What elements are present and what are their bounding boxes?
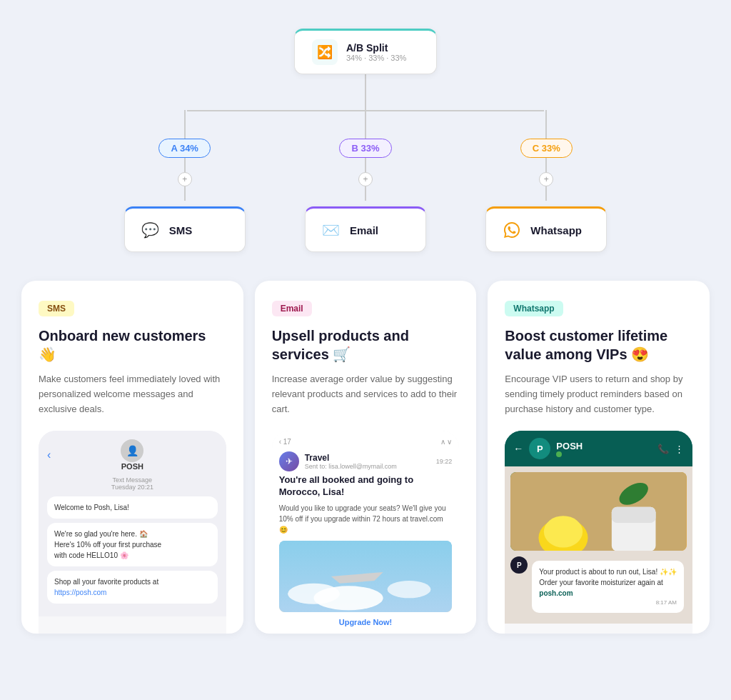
v-line-b3 [365,186,366,201]
email-time: 19:22 [436,458,453,465]
sms-card-icon: 💬 [139,219,162,241]
channel-card-whatsapp[interactable]: Whatsapp [485,206,607,252]
branch-c-label: C 33% [520,139,573,158]
whatsapp-card-label: Whatsapp [530,224,582,236]
plus-btn-b[interactable]: + [358,172,373,186]
email-card-label: Email [350,224,378,236]
sms-card-label: SMS [169,224,193,236]
feature-card-whatsapp: Whatsapp Boost customer lifetime value a… [488,281,710,634]
email-feature-title: Upsell products and services 🛒 [272,326,460,364]
wa-sub-message: Order your favorite moisturizer again at [539,577,677,588]
wa-bubble: Your product is about to run out, Lisa! … [532,561,684,613]
branch-c: C 33% + Whatsapp [456,110,637,252]
email-body: Would you like to upgrade your seats? We… [279,503,453,535]
wa-phone-inner: ← P POSH 📞 ⋮ [505,431,692,624]
whatsapp-badge: Whatsapp [505,301,563,316]
wa-product-image [510,472,687,551]
email-nav-arrows: ∧ ∨ [440,438,453,446]
root-node-text: A/B Split 34% · 33% · 33% [346,42,406,62]
wa-time: 8:17 AM [539,599,677,607]
whatsapp-card-icon [500,219,523,241]
svg-point-2 [313,586,383,611]
branch-b-label: B 33% [339,139,391,158]
email-sender-name: Travel [305,453,397,463]
sms-link[interactable]: https://posh.com [54,589,106,596]
wa-avatar: P [529,438,550,459]
v-connector-root [365,74,366,110]
sms-feature-title: Onboard new customers 👋 [39,326,226,364]
root-title: A/B Split [346,42,406,54]
root-node: 🔀 A/B Split 34% · 33% · 33% [294,29,437,74]
channel-card-sms[interactable]: 💬 SMS [124,206,246,252]
cards-section: SMS Onboard new customers 👋 Make custome… [0,274,731,634]
email-cta[interactable]: Upgrade Now! [279,618,453,626]
wa-message: Your product is about to run out, Lisa! … [539,566,677,577]
sms-feature-desc: Make customers feel immediately loved wi… [39,372,226,416]
root-subtitle: 34% · 33% · 33% [346,54,406,62]
whatsapp-feature-desc: Encourage VIP users to return and shop b… [505,372,692,416]
v-line-a [184,110,186,139]
flow-section: 🔀 A/B Split 34% · 33% · 33% A 34% + 💬 SM… [0,14,731,274]
wa-header: ← P POSH 📞 ⋮ [505,431,692,466]
svg-rect-5 [510,472,687,551]
sms-time: Tuesday 20:21 [47,484,218,491]
v-line-c3 [545,186,547,201]
sms-bubble-1: Welcome to Posh, Lisa! [47,496,218,519]
plus-btn-c[interactable]: + [539,172,553,186]
wa-link[interactable]: posh.com [539,589,573,597]
wa-online-dot [556,451,562,457]
email-sender-icon: ✈ [279,451,299,471]
v-line-a2 [184,158,186,172]
sms-avatar: 👤 [121,439,143,462]
v-line-c2 [545,158,547,172]
v-line-a3 [184,186,186,201]
branch-b: B 33% + ✉️ Email [275,110,455,252]
wa-back-icon: ← [513,443,523,454]
branch-a: A 34% + 💬 SMS [94,110,275,252]
plus-btn-a[interactable]: + [178,172,192,186]
email-sender-info: Travel Sent to: lisa.lowell@mymail.com [305,453,397,470]
email-badge: Email [272,301,312,316]
svg-rect-9 [612,507,656,523]
branches-row: A 34% + 💬 SMS B 33% + ✉️ Email C 33% [94,110,637,252]
channel-card-email[interactable]: ✉️ Email [305,206,426,252]
email-phone-mockup: ‹ 17 ∧ ∨ ✈ Travel Sent to: lisa.lowell@m… [272,431,460,634]
v-line-b2 [365,158,366,172]
svg-point-7 [544,516,583,548]
ab-split-icon: 🔀 [312,39,338,65]
wa-body: P Your product is about to run out, Lisa… [505,466,692,624]
wa-bubble-avatar: P [510,556,528,574]
wa-name: POSH [556,441,583,451]
wa-message-row: P Your product is about to run out, Lisa… [510,556,687,613]
email-header-row: ✈ Travel Sent to: lisa.lowell@mymail.com… [279,451,453,471]
sms-bubble-3: Shop all your favorite products athttps:… [47,571,218,604]
sms-phone-mockup: ‹ 👤 POSH Text Message Tuesday 20:21 Welc… [39,431,226,634]
wa-name-block: POSH [556,441,583,457]
wa-call-icon[interactable]: 📞 [657,444,669,454]
email-sent-to: Sent to: lisa.lowell@mymail.com [305,463,397,470]
sms-bubble-2: We're so glad you're here. 🏠Here's 10% o… [47,523,218,566]
sms-badge: SMS [39,301,74,316]
email-image [279,541,453,612]
wa-menu-icon[interactable]: ⋮ [675,444,684,454]
svg-point-3 [387,581,430,598]
sms-label: Text Message [47,476,218,484]
wa-actions: 📞 ⋮ [657,444,684,454]
whatsapp-feature-title: Boost customer lifetime value among VIPs… [505,326,692,364]
email-nav: ‹ 17 ∧ ∨ [279,438,453,446]
sms-sender: POSH [121,462,143,471]
feature-card-email: Email Upsell products and services 🛒 Inc… [255,281,477,634]
sms-phone-inner: ‹ 👤 POSH Text Message Tuesday 20:21 Welc… [39,431,226,616]
sms-header: ‹ 👤 POSH [47,439,218,471]
email-feature-desc: Increase average order value by suggesti… [272,372,460,416]
feature-card-sms: SMS Onboard new customers 👋 Make custome… [21,281,243,634]
branch-a-label: A 34% [158,139,211,158]
v-line-c [545,110,547,139]
v-line-b [365,110,366,139]
sms-back-icon: ‹ [47,449,51,461]
wa-phone-mockup: ← P POSH 📞 ⋮ [505,431,692,634]
email-subject: You're all booked and going to Morocco, … [279,474,453,499]
email-back-icon: ‹ 17 [279,438,291,446]
email-card-icon: ✉️ [320,219,343,241]
email-phone-inner: ‹ 17 ∧ ∨ ✈ Travel Sent to: lisa.lowell@m… [272,431,460,634]
